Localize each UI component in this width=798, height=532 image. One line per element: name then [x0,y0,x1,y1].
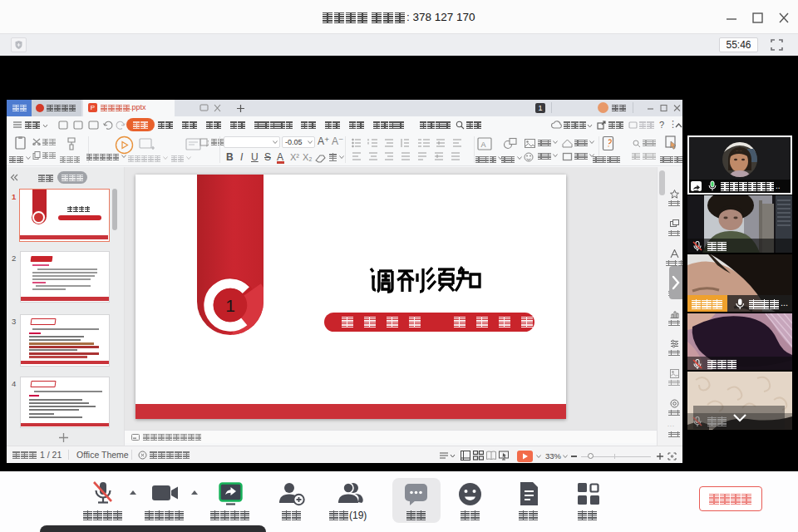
svg-text:A: A [481,140,486,149]
svg-text:1: 1 [225,296,235,315]
